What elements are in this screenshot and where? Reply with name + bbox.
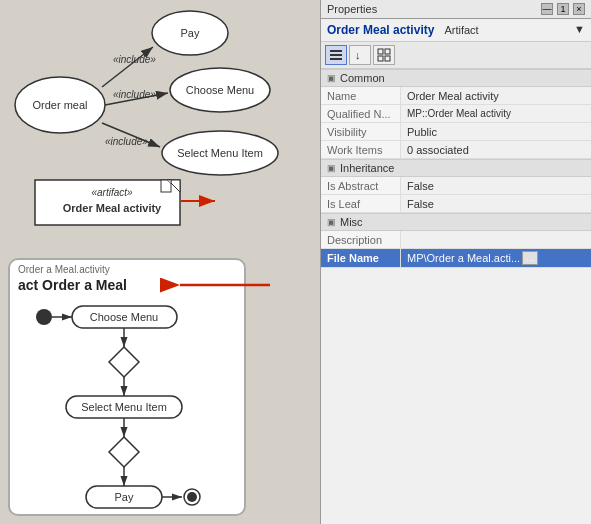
prop-value-leaf[interactable]: False xyxy=(401,195,591,212)
prop-row-qualified: Qualified N... MP::Order Meal activity xyxy=(321,105,591,123)
prop-label-filename: File Name xyxy=(321,249,401,267)
svg-text:↓: ↓ xyxy=(355,49,361,61)
prop-row-description: Description xyxy=(321,231,591,249)
pin-button[interactable]: — xyxy=(541,3,553,15)
filename-browse-btn[interactable]: ... xyxy=(522,251,538,265)
prop-label-abstract: Is Abstract xyxy=(321,177,401,194)
choose-menu-label: Choose Menu xyxy=(186,84,255,96)
prop-value-visibility[interactable]: Public xyxy=(401,123,591,140)
toolbar-btn-sort[interactable]: ↓ xyxy=(349,45,371,65)
section-common-label: Common xyxy=(340,72,385,84)
toolbar-btn-properties[interactable] xyxy=(325,45,347,65)
header-dropdown[interactable]: ▼ xyxy=(574,23,585,35)
svg-line-4 xyxy=(102,47,153,87)
prop-label-workitems: Work Items xyxy=(321,141,401,158)
prop-row-leaf: Is Leaf False xyxy=(321,195,591,213)
properties-header: Order Meal activity Artifact ▼ xyxy=(321,19,591,42)
filename-text: MP\Order a Meal.acti... xyxy=(407,252,520,264)
title-bar-icons: — 1 × xyxy=(541,3,585,15)
properties-title: Properties xyxy=(327,3,377,15)
artifact-name: Order Meal activity xyxy=(63,202,162,214)
prop-label-visibility: Visibility xyxy=(321,123,401,140)
act-title: act Order a Meal xyxy=(10,277,244,299)
properties-title-bar: Properties — 1 × xyxy=(321,0,591,19)
actor-label: Order meal xyxy=(32,99,87,111)
section-common[interactable]: ▣ Common xyxy=(321,69,591,87)
prop-value-filename[interactable]: MP\Order a Meal.acti... ... xyxy=(401,249,591,267)
prop-value-description[interactable] xyxy=(401,231,591,248)
prop-value-workitems: 0 associated xyxy=(401,141,591,158)
decision-node-1 xyxy=(109,347,139,377)
properties-icon xyxy=(329,48,343,62)
properties-header-title: Order Meal activity Artifact xyxy=(327,23,479,37)
sort-icon: ↓ xyxy=(353,48,367,62)
select-menu-item-node: Select Menu Item xyxy=(81,401,167,413)
header-subtitle-text: Artifact xyxy=(444,24,478,36)
prop-row-workitems: Work Items 0 associated xyxy=(321,141,591,159)
decision-node-2 xyxy=(109,437,139,467)
close-button[interactable]: × xyxy=(573,3,585,15)
section-inheritance[interactable]: ▣ Inheritance xyxy=(321,159,591,177)
prop-value-qualified: MP::Order Meal activity xyxy=(401,105,591,122)
activity-container-title: Order a Meal.activity xyxy=(10,260,244,277)
grid-icon xyxy=(377,48,391,62)
prop-label-name: Name xyxy=(321,87,401,104)
properties-toolbar: ↓ xyxy=(321,42,591,69)
activity-flow-svg: Choose Menu Select Menu Item Pay xyxy=(14,299,244,499)
section-misc-toggle: ▣ xyxy=(327,217,336,227)
prop-value-name[interactable]: Order Meal activity xyxy=(401,87,591,104)
section-inheritance-label: Inheritance xyxy=(340,162,394,174)
include1-label: «include» xyxy=(113,54,156,65)
svg-rect-27 xyxy=(330,54,342,56)
section-misc-label: Misc xyxy=(340,216,363,228)
include2-label: «include» xyxy=(113,89,156,100)
choose-menu-node: Choose Menu xyxy=(90,311,159,323)
section-common-toggle: ▣ xyxy=(327,73,336,83)
prop-label-qualified: Qualified N... xyxy=(321,105,401,122)
prop-label-description: Description xyxy=(321,231,401,248)
svg-rect-32 xyxy=(378,56,383,61)
svg-rect-31 xyxy=(385,49,390,54)
properties-table: ▣ Common Name Order Meal activity Qualif… xyxy=(321,69,591,524)
header-title-text: Order Meal activity xyxy=(327,23,434,37)
diagram-area: Order meal Pay Choose Menu Select Menu I… xyxy=(0,0,320,524)
prop-value-abstract[interactable]: False xyxy=(401,177,591,194)
artifact-stereotype: «artifact» xyxy=(91,187,133,198)
select-menu-item-label: Select Menu Item xyxy=(177,147,263,159)
prop-row-visibility: Visibility Public xyxy=(321,123,591,141)
prop-row-filename: File Name MP\Order a Meal.acti... ... xyxy=(321,249,591,268)
initial-node xyxy=(36,309,52,325)
prop-row-name: Name Order Meal activity xyxy=(321,87,591,105)
svg-rect-30 xyxy=(378,49,383,54)
prop-label-leaf: Is Leaf xyxy=(321,195,401,212)
include3-label: «include» xyxy=(105,136,148,147)
properties-panel: Properties — 1 × Order Meal activity Art… xyxy=(320,0,591,524)
prop-row-abstract: Is Abstract False xyxy=(321,177,591,195)
pay-node: Pay xyxy=(115,491,134,503)
section-inheritance-toggle: ▣ xyxy=(327,163,336,173)
svg-rect-33 xyxy=(385,56,390,61)
svg-rect-26 xyxy=(330,50,342,52)
section-misc[interactable]: ▣ Misc xyxy=(321,213,591,231)
toolbar-btn-grid[interactable] xyxy=(373,45,395,65)
minimize-button[interactable]: 1 xyxy=(557,3,569,15)
svg-point-24 xyxy=(187,492,197,502)
pay-label: Pay xyxy=(181,27,200,39)
use-case-diagram: Order meal Pay Choose Menu Select Menu I… xyxy=(5,5,315,235)
activity-diagram-container: Order a Meal.activity act Order a Meal C… xyxy=(8,258,246,516)
svg-rect-28 xyxy=(330,58,342,60)
